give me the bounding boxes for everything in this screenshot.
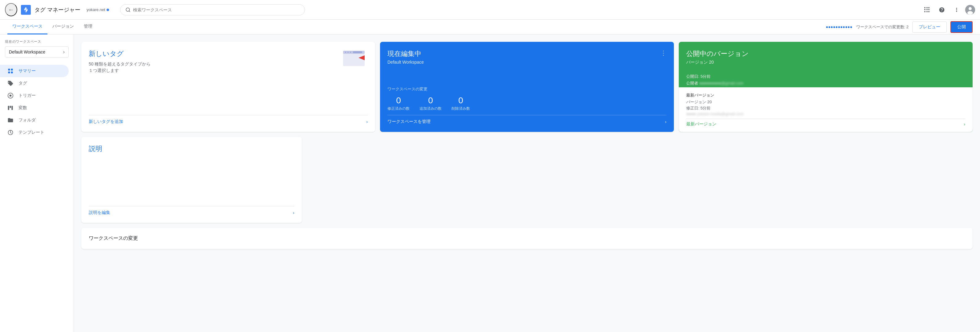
published-ago: 公開日: 5分前 <box>686 74 965 79</box>
published-meta: 公開日: 5分前 公開者 ●●●●●●●●●@gmail.com <box>686 74 965 87</box>
content-area: 現在のワークスペース Default Workspace › サマリー <box>0 35 980 332</box>
editing-card-title: 現在編集中 <box>387 49 424 58</box>
new-tag-add-arrow: › <box>366 119 368 124</box>
tab-workspace[interactable]: ワークスペース <box>7 20 48 35</box>
search-input[interactable] <box>133 7 300 12</box>
svg-rect-11 <box>10 106 11 108</box>
stat-deleted-label: 削除済み数 <box>452 106 470 111</box>
latest-email: ●●●● yokare-media@gmail.com <box>686 112 965 116</box>
latest-version-section: 最新バージョン バージョン 20 修正日: 5分前 ●●●● yokare-me… <box>679 87 973 132</box>
manage-workspace-link[interactable]: ワークスペースを管理 › <box>387 115 667 125</box>
workspace-section-label: 現在のワークスペース <box>5 40 69 44</box>
search-icon <box>125 7 130 13</box>
sidebar-item-tags[interactable]: タグ <box>0 77 69 89</box>
changes-title: ワークスペースの変更 <box>387 86 667 92</box>
edit-description-arrow: › <box>293 210 294 215</box>
stat-modified: 0 修正済みの数 <box>387 96 410 111</box>
publisher-email: ●●●●●●●●●@gmail.com <box>699 81 743 85</box>
sidebar-item-variables-label: 変数 <box>19 105 27 111</box>
tab-version[interactable]: バージョン <box>48 20 79 35</box>
chevron-right-icon: › <box>63 49 65 55</box>
change-count-label: ワークスペースでの変更数: 2 <box>856 24 908 30</box>
variable-icon <box>7 105 14 111</box>
new-tag-card-body: 新しいタグ 50 種類を超えるタグタイプから１つ選択します <box>89 49 368 115</box>
app-header: ← タグ マネージャー yokare.net <box>0 0 980 20</box>
stat-added-label: 追加済みの数 <box>420 106 442 111</box>
header-actions <box>921 4 975 16</box>
stat-modified-label: 修正済みの数 <box>387 106 410 111</box>
help-button[interactable] <box>935 4 948 16</box>
sidebar-item-templates[interactable]: テンプレート <box>0 126 69 139</box>
latest-version-title: 最新バージョン <box>686 93 965 98</box>
new-tag-card-title: 新しいタグ <box>89 49 151 58</box>
sidebar-item-tags-label: タグ <box>19 81 27 86</box>
app-title: タグ マネージャー <box>35 6 80 14</box>
published-card-version: バージョン 20 <box>686 60 965 65</box>
svg-rect-7 <box>11 72 13 73</box>
sidebar-item-folders-label: フォルダ <box>19 117 36 123</box>
stat-added-number: 0 <box>420 96 442 106</box>
new-tag-add-link[interactable]: 新しいタグを追加 › <box>89 115 368 125</box>
manage-workspace-label: ワークスペースを管理 <box>387 119 431 125</box>
stat-deleted: 0 削除済み数 <box>452 96 470 111</box>
bottom-changes-title: ワークスペースの変更 <box>89 235 965 242</box>
changes-stats: 0 修正済みの数 0 追加済みの数 0 削除済み数 <box>387 96 667 111</box>
more-icon <box>953 7 960 13</box>
tag-icon <box>7 80 14 86</box>
more-button[interactable] <box>950 4 963 16</box>
new-tag-card-description: 50 種類を超えるタグタイプから１つ選択します <box>89 61 151 74</box>
edit-description-label: 説明を編集 <box>89 210 110 215</box>
svg-point-17 <box>347 52 348 53</box>
sidebar-item-summary[interactable]: サマリー <box>0 65 69 77</box>
tabs-bar: ワークスペース バージョン 管理 ●●●●●●●●●●● ワークスペースでの変更… <box>0 20 980 35</box>
editing-card-menu[interactable]: ⋮ <box>660 49 667 57</box>
stat-added: 0 追加済みの数 <box>420 96 442 111</box>
middle-row: 説明 説明を編集 › <box>81 137 973 223</box>
publish-button[interactable]: 公開 <box>950 21 973 33</box>
svg-rect-10 <box>8 106 9 110</box>
sidebar-item-folders[interactable]: フォルダ <box>0 114 69 126</box>
empty-middle <box>307 137 973 223</box>
description-card-title: 説明 <box>89 144 294 153</box>
description-card: 説明 説明を編集 › <box>81 137 302 223</box>
workspace-selector[interactable]: Default Workspace › <box>5 46 69 57</box>
avatar[interactable] <box>965 5 975 15</box>
latest-version-arrow: › <box>964 122 965 126</box>
svg-rect-6 <box>8 72 10 73</box>
svg-rect-5 <box>11 69 13 71</box>
stat-deleted-number: 0 <box>452 96 470 106</box>
sidebar: 現在のワークスペース Default Workspace › サマリー <box>0 35 74 332</box>
dashboard-icon <box>7 68 14 74</box>
back-button[interactable]: ← <box>5 3 17 16</box>
search-bar[interactable] <box>120 4 305 15</box>
editing-card-titles: 現在編集中 Default Workspace <box>387 49 424 65</box>
account-dot <box>107 9 109 11</box>
preview-button[interactable]: プレビュー <box>912 22 947 33</box>
manage-workspace-arrow: › <box>665 119 667 124</box>
apps-button[interactable] <box>921 4 933 16</box>
sidebar-item-triggers[interactable]: トリガー <box>0 89 69 102</box>
new-tag-card-text: 新しいタグ 50 種類を超えるタグタイプから１つ選択します <box>89 49 151 74</box>
sidebar-item-variables[interactable]: 変数 <box>0 102 69 114</box>
edit-description-link[interactable]: 説明を編集 › <box>89 206 294 215</box>
svg-rect-4 <box>8 69 10 71</box>
svg-point-16 <box>345 52 346 53</box>
workspace-changes: ワークスペースの変更 0 修正済みの数 0 追加済みの数 0 削除済み数 <box>387 81 667 125</box>
account-info[interactable]: yokare.net <box>86 7 109 12</box>
svg-rect-12 <box>11 106 13 110</box>
latest-version-link[interactable]: 最新バージョン › <box>686 119 965 127</box>
tag-illustration <box>343 49 368 71</box>
workspace-name: Default Workspace <box>9 49 45 54</box>
bottom-changes-section: ワークスペースの変更 <box>81 228 973 249</box>
latest-version-sub: バージョン 20 <box>686 99 965 105</box>
sidebar-item-summary-label: サマリー <box>19 68 36 74</box>
tabs-actions: ●●●●●●●●●●● ワークスペースでの変更数: 2 プレビュー 公開 <box>826 21 973 33</box>
svg-point-18 <box>350 52 351 53</box>
svg-point-9 <box>10 95 12 97</box>
editing-card: 現在編集中 Default Workspace ⋮ ワークスペースの変更 0 修… <box>380 42 674 132</box>
trigger-icon <box>7 93 14 99</box>
new-tag-card-image <box>343 49 368 71</box>
editing-card-workspace: Default Workspace <box>387 60 424 65</box>
tab-management[interactable]: 管理 <box>79 20 97 35</box>
publisher-label: 公開者 ●●●●●●●●●@gmail.com <box>686 81 965 86</box>
